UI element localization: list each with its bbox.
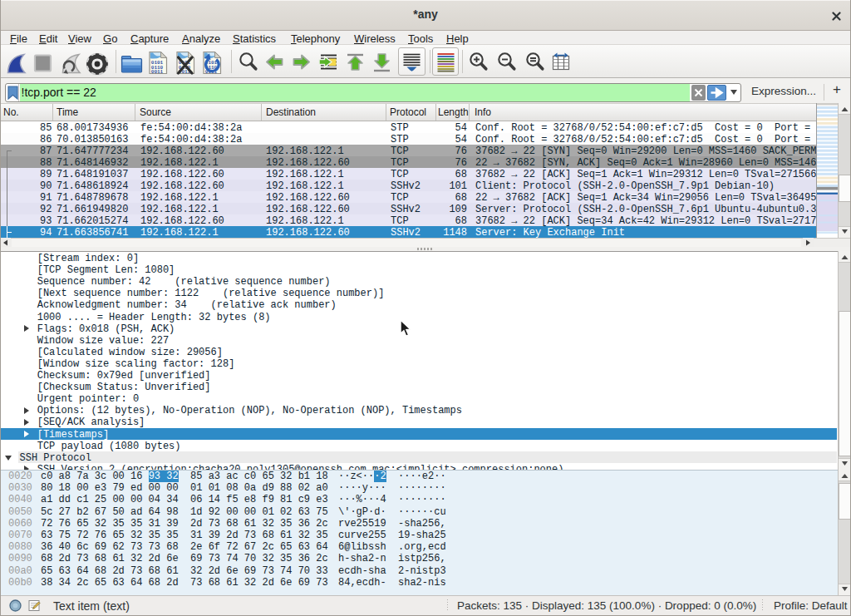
svg-text:0011: 0011 <box>151 69 164 75</box>
